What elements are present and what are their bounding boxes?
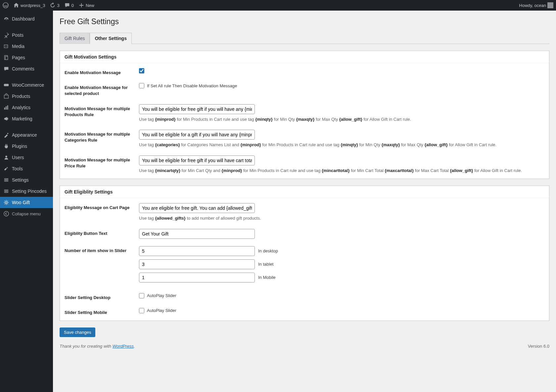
svg-point-27 [5, 201, 7, 203]
svg-point-25 [7, 191, 8, 192]
sidebar-item-label: Analytics [12, 105, 30, 110]
motivation-header: Gift Motivation Settings [60, 51, 549, 63]
site-link[interactable]: wordpress_3 [13, 2, 45, 8]
sidebar-item-label: Media [12, 44, 24, 49]
sidebar-item-products[interactable]: Products [0, 91, 53, 102]
wordpress-link[interactable]: WordPress [113, 344, 134, 349]
sidebar-item-posts[interactable]: Posts [0, 29, 53, 41]
eligibility-btn-input[interactable] [139, 229, 255, 239]
multi-price-desc: Use tag {mincartqty} for Min Cart Qty an… [139, 167, 544, 174]
sidebar-item-analytics[interactable]: Analytics [0, 102, 53, 113]
multi-products-input[interactable] [139, 104, 255, 114]
svg-point-20 [6, 181, 7, 182]
slider-tablet-sublabel: In tablet [258, 262, 273, 267]
svg-point-1 [6, 19, 7, 20]
multi-products-desc: Use tag {minprod} for Min Products in Ca… [139, 116, 544, 123]
svg-point-24 [5, 190, 6, 191]
collapse-menu[interactable]: Collapse menu [0, 208, 53, 219]
sidebar-item-label: Settings [12, 177, 29, 183]
sidebar-item-label: Woo Gift [12, 200, 30, 205]
sidebar-item-woocommerce[interactable]: WooCommerce [0, 79, 53, 91]
sidebar-item-label: WooCommerce [12, 82, 44, 88]
slider-setting-desktop-text: AutoPlay Slider [147, 293, 176, 298]
svg-point-4 [7, 46, 7, 47]
slider-setting-desktop-checkbox[interactable] [139, 293, 144, 298]
enable-motivation-selected-label: Enable Motivation Message for selected p… [65, 83, 139, 97]
eligibility-panel: Gift Eligiblity Settings Eligiblity Mess… [60, 186, 549, 321]
sidebar-item-label: Posts [12, 32, 23, 38]
sidebar-item-plugins[interactable]: Plugins [0, 141, 53, 152]
svg-rect-8 [4, 95, 9, 98]
sidebar-item-dashboard[interactable]: Dashboard [0, 13, 53, 24]
sidebar-item-label: Tools [12, 166, 23, 171]
enable-motivation-checkbox[interactable] [139, 68, 144, 73]
tab-other-settings[interactable]: Other Settings [90, 33, 131, 44]
sidebar-item-label: Dashboard [12, 16, 35, 22]
slider-setting-desktop-label: Slider Setting Desktop [65, 293, 139, 301]
new-link[interactable]: New [78, 2, 94, 8]
sidebar-item-marketing[interactable]: Marketing [0, 113, 53, 124]
account-link[interactable]: Howdy, ocean [519, 2, 553, 8]
slider-desktop-sublabel: In desktop [258, 248, 278, 253]
slider-setting-mobile-checkbox[interactable] [139, 308, 144, 313]
eligibility-btn-label: Eligiblity Button Text [65, 229, 139, 237]
svg-point-28 [4, 211, 9, 216]
sidebar-item-appearance[interactable]: Appearance [0, 129, 53, 141]
wp-logo-icon[interactable] [3, 2, 9, 8]
svg-rect-12 [7, 118, 8, 119]
slider-mobile-input[interactable] [139, 273, 255, 283]
sidebar-item-comments[interactable]: Comments [0, 63, 53, 74]
multi-price-label: Motivation Message for multiple Price Ru… [65, 155, 139, 169]
sidebar-item-label: Users [12, 155, 24, 160]
sidebar-item-settings[interactable]: Settings [0, 174, 53, 186]
tab-gift-rules[interactable]: Gift Rules [60, 33, 90, 44]
multi-price-input[interactable] [139, 155, 255, 165]
svg-rect-6 [5, 56, 8, 60]
multi-products-label: Motivation Message for multiple Products… [65, 104, 139, 118]
sidebar-item-woo-gift[interactable]: Woo Gift [0, 197, 53, 208]
sidebar-item-label: Products [12, 94, 30, 99]
sidebar-item-label: Appearance [12, 132, 37, 138]
eligibility-msg-input[interactable] [139, 203, 255, 213]
eligibility-header: Gift Eligiblity Settings [60, 186, 549, 198]
svg-point-18 [5, 178, 6, 179]
svg-point-13 [7, 133, 9, 134]
slider-count-label: Number of item show in Slider [65, 246, 139, 254]
svg-rect-10 [6, 106, 7, 109]
updates-link[interactable]: 3 [50, 2, 59, 8]
svg-rect-11 [7, 106, 8, 110]
svg-point-3 [5, 46, 6, 47]
sidebar-item-users[interactable]: Users [0, 152, 53, 163]
multi-cat-label: Motivation Message for multiple Categori… [65, 130, 139, 143]
multi-cat-desc: Use tag {categories} for Categories Name… [139, 142, 544, 148]
save-button[interactable]: Save changes [60, 327, 95, 337]
eligibility-msg-desc: Use tag {allowed_gifts} to add number of… [139, 215, 544, 222]
svg-point-19 [7, 180, 8, 181]
content-area: Free Gift Settings Gift Rules Other Sett… [53, 11, 556, 392]
enable-motivation-selected-checkbox[interactable] [139, 83, 144, 88]
motivation-panel: Gift Motivation Settings Enable Motivati… [60, 51, 549, 179]
multi-cat-input[interactable] [139, 130, 255, 140]
svg-rect-9 [4, 108, 5, 109]
enable-motivation-label: Enable Motivation Message [65, 68, 139, 76]
sidebar-item-tools[interactable]: Tools [0, 163, 53, 174]
slider-mobile-sublabel: In Mobile [258, 275, 276, 280]
enable-motivation-selected-text: If Set All rule Then Disable Motivation … [147, 83, 237, 88]
sidebar-item-label: Plugins [12, 144, 27, 149]
admin-sidebar: DashboardPostsMediaPagesCommentsWooComme… [0, 11, 53, 392]
sidebar-item-label: Marketing [12, 116, 32, 121]
comments-link[interactable]: 0 [64, 2, 74, 8]
footer: Thank you for creating with WordPress. V… [60, 337, 549, 349]
collapse-label: Collapse menu [12, 211, 41, 216]
page-title: Free Gift Settings [60, 17, 549, 26]
sidebar-item-media[interactable]: Media [0, 41, 53, 52]
slider-setting-mobile-text: AutoPlay Slider [147, 308, 176, 313]
eligibility-msg-label: Eligiblity Message on Cart Page [65, 203, 139, 211]
sidebar-item-pages[interactable]: Pages [0, 52, 53, 63]
sidebar-item-label: Pages [12, 55, 25, 60]
slider-tablet-input[interactable] [139, 259, 255, 269]
sidebar-item-setting-pincodes[interactable]: Setting Pincodes [0, 186, 53, 197]
slider-desktop-input[interactable] [139, 246, 255, 256]
settings-tabs: Gift Rules Other Settings [60, 33, 549, 44]
slider-setting-mobile-label: Slider Setting Mobile [65, 308, 139, 316]
